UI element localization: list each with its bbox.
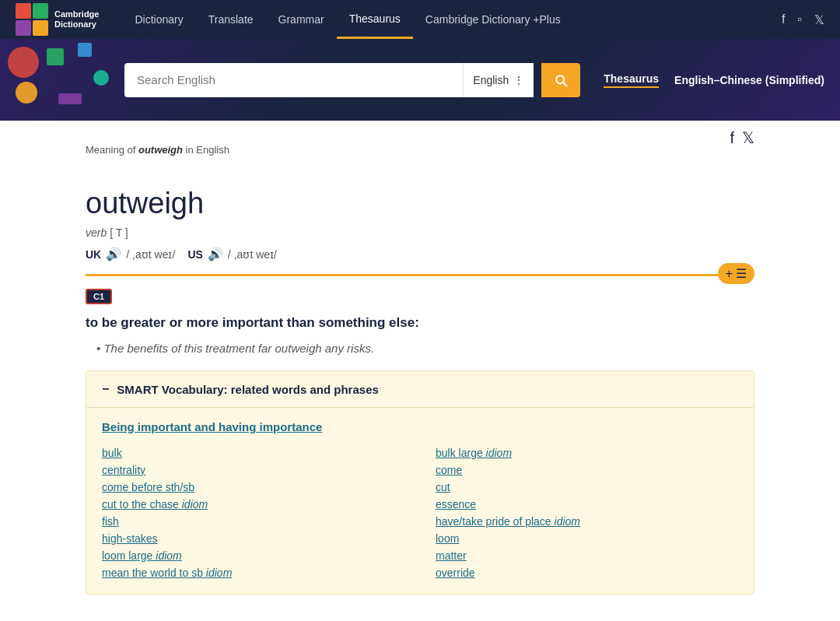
lang-menu-icon: ⋮ [513,74,524,86]
vocab-cut-to-chase[interactable]: cut to the chase idiom [102,496,404,513]
facebook-icon[interactable]: f [782,12,785,26]
smart-vocab-header: − SMART Vocabulary: related words and ph… [86,371,754,408]
uk-pronunciation: UK 🔊 / ˌaʊt weɪ/ [86,247,175,261]
nav-grammar[interactable]: Grammar [266,0,337,39]
twitter-icon[interactable]: 𝕏 [814,12,824,27]
us-pronunciation: US 🔊 / ˌaʊt weɪ/ [187,247,277,261]
us-pron-text: / ˌaʊt weɪ/ [228,248,277,261]
top-navigation: Cambridge Dictionary Dictionary Translat… [0,0,840,39]
yellow-divider: + ☰ [86,274,754,276]
vocab-col2: bulk large idiom come cut essence have/t… [436,444,738,581]
us-speaker-icon[interactable]: 🔊 [208,247,223,261]
decorations [0,39,124,121]
uk-speaker-icon[interactable]: 🔊 [106,247,121,261]
nav-right-links: Thesaurus English–Chinese (Simplified) [604,72,824,88]
nav-links: Dictionary Translate Grammar Thesaurus C… [122,0,781,39]
uk-pron-text: / ˌaʊt weɪ/ [126,248,175,261]
vocab-high-stakes[interactable]: high-stakes [102,530,404,547]
smart-vocab-body: Being important and having importance bu… [86,408,754,594]
instagram-icon[interactable]: ▫ [797,12,802,26]
search-button[interactable] [541,63,580,97]
search-container: English ⋮ [124,63,534,97]
vocab-centrality[interactable]: centrality [102,461,404,479]
vocab-grid: bulk centrality come before sth/sb cut t… [102,444,738,581]
vocab-essence[interactable]: essence [436,496,738,513]
smart-vocab-title: SMART Vocabulary: related words and phra… [117,383,378,396]
example-sentence: The benefits of this treatment far outwe… [86,342,754,355]
twitter-share-icon[interactable]: 𝕏 [742,128,754,147]
smart-vocabulary-box: − SMART Vocabulary: related words and ph… [86,370,754,595]
nav-dictionary[interactable]: Dictionary [122,0,195,39]
nav-translate[interactable]: Translate [196,0,266,39]
vocab-loom[interactable]: loom [436,530,738,547]
logo-area[interactable]: Cambridge Dictionary [16,3,99,36]
search-icon [553,72,569,88]
lang-label: English [473,74,509,86]
nav-plus[interactable]: Cambridge Dictionary +Plus [413,0,573,39]
logo-text: Cambridge Dictionary [54,9,99,30]
search-area: English ⋮ Thesaurus English–Chinese (Sim… [0,39,840,121]
vocab-bulk-large[interactable]: bulk large idiom [436,444,738,461]
vocab-bulk[interactable]: bulk [102,444,404,461]
vocab-cut[interactable]: cut [436,479,738,496]
vocab-loom-large[interactable]: loom large idiom [102,547,404,564]
vocab-pride-of-place[interactable]: have/take pride of place idiom [436,513,738,530]
nav-thesaurus[interactable]: Thesaurus [337,0,413,39]
word-pos: verb [ T ] [86,226,754,239]
vocab-override[interactable]: override [436,564,738,581]
nav-social: f ▫ 𝕏 [782,12,824,27]
vocab-matter[interactable]: matter [436,547,738,564]
main-content: Meaning of outweigh in English f 𝕏 outwe… [70,121,770,618]
definition: to be greater or more important than som… [86,315,754,331]
collapse-icon[interactable]: − [102,382,109,396]
list-toggle-button[interactable]: + ☰ [718,263,754,284]
social-share: f 𝕏 [730,128,754,147]
facebook-share-icon[interactable]: f [730,129,734,147]
vocab-come-before[interactable]: come before sth/sb [102,479,404,496]
search-input[interactable] [124,63,463,97]
thesaurus-link[interactable]: Thesaurus [604,72,659,88]
word-title: outweigh [86,187,754,220]
vocab-section-title[interactable]: Being important and having importance [102,420,738,433]
breadcrumb: Meaning of outweigh in English [86,144,229,156]
vocab-come[interactable]: come [436,461,738,479]
level-badge: C1 [86,289,112,304]
language-selector[interactable]: English ⋮ [463,63,534,97]
chinese-simplified-link[interactable]: English–Chinese (Simplified) [674,74,824,86]
vocab-mean-world[interactable]: mean the world to sb idiom [102,564,404,581]
vocab-fish[interactable]: fish [102,513,404,530]
logo-box [16,3,48,36]
pronunciation-section: UK 🔊 / ˌaʊt weɪ/ US 🔊 / ˌaʊt weɪ/ [86,247,754,261]
vocab-col1: bulk centrality come before sth/sb cut t… [102,444,404,581]
